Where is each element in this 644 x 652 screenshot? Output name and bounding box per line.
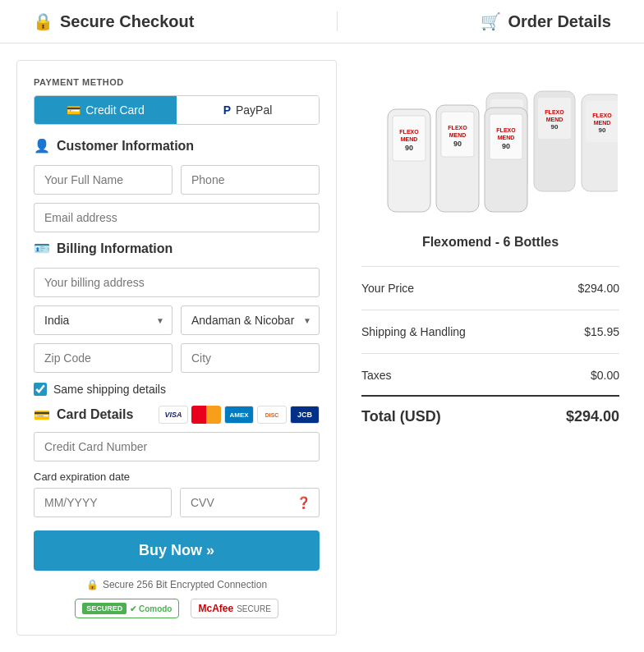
card-details-title-row: 💳 Card Details	[34, 407, 133, 423]
customer-icon: 👤	[34, 138, 50, 154]
shipping-row: Shipping & Handling $15.95	[361, 317, 619, 347]
svg-text:MEND: MEND	[498, 135, 515, 140]
taxes-row: Taxes $0.00	[361, 360, 619, 390]
comodo-logo: ✔ Comodo	[130, 604, 172, 613]
your-price-label: Your Price	[361, 282, 414, 295]
billing-info-title: Billing Information	[57, 241, 172, 256]
divider-2	[361, 310, 619, 310]
customer-info-section: 👤 Customer Information	[34, 138, 320, 232]
same-shipping-checkbox[interactable]	[34, 383, 47, 396]
page-wrapper: 🔒 Secure Checkout 🛒 Order Details PAYMEN…	[0, 0, 644, 652]
country-state-row: India United States United Kingdom Austr…	[34, 305, 320, 335]
paypal-icon: P	[223, 103, 231, 117]
amex-icon: AMEX	[224, 406, 254, 424]
security-text-label: Secure 256 Bit Encrypted Connection	[103, 579, 267, 590]
svg-text:90: 90	[405, 144, 413, 152]
order-details-panel: FLEXO MEND 90 FLEXO MEND 90 FLEXO MEND	[345, 52, 636, 442]
billing-info-header: 🪪 Billing Information	[34, 241, 320, 256]
jcb-icon: JCB	[290, 406, 320, 424]
buy-now-label: Buy Now »	[139, 542, 214, 558]
card-details-title: Card Details	[57, 407, 133, 422]
shipping-value: $15.95	[584, 325, 619, 338]
lock-icon: 🔒	[33, 11, 53, 31]
billing-info-section: 🪪 Billing Information India United State…	[34, 241, 320, 396]
name-phone-row	[34, 165, 320, 195]
billing-icon: 🪪	[34, 241, 50, 256]
expiry-label-row: Card expiration date	[34, 470, 320, 483]
svg-text:MEND: MEND	[546, 117, 564, 122]
svg-text:MEND: MEND	[594, 120, 611, 126]
paypal-tab[interactable]: P PayPal	[177, 96, 319, 124]
customer-info-title: Customer Information	[57, 139, 194, 154]
cvv-help-icon[interactable]: ❓	[288, 496, 319, 509]
zip-city-row	[34, 343, 320, 373]
state-select[interactable]: Andaman & Nicobar Maharashtra Karnataka …	[181, 305, 320, 335]
email-row	[34, 203, 320, 232]
product-title: Flexomend - 6 Bottles	[361, 235, 619, 250]
visa-icon: VISA	[159, 406, 188, 424]
order-details-header: 🛒 Order Details	[481, 11, 611, 31]
credit-card-tab-label: Credit Card	[85, 103, 145, 117]
svg-text:MEND: MEND	[449, 132, 467, 138]
card-icons-row: VISA AMEX DISC JCB	[159, 406, 320, 424]
security-text-row: 🔒 Secure 256 Bit Encrypted Connection	[34, 579, 320, 590]
card-number-row	[34, 432, 320, 461]
credit-card-tab[interactable]: 💳 Credit Card	[34, 96, 177, 124]
expiry-label: Card expiration date	[34, 471, 130, 483]
checkout-form-panel: PAYMENT METHOD 💳 Credit Card P PayPal 👤	[16, 60, 337, 636]
total-label: Total (USD)	[361, 408, 441, 425]
product-bottles-svg: FLEXO MEND 90 FLEXO MEND 90 FLEXO MEND	[363, 68, 618, 216]
cvv-input[interactable]	[181, 489, 288, 517]
expiry-input[interactable]	[34, 488, 172, 517]
full-name-input[interactable]	[34, 165, 172, 195]
mcafee-secure-label: SECURE	[237, 604, 271, 613]
paypal-tab-label: PayPal	[236, 103, 272, 117]
taxes-value: $0.00	[591, 369, 619, 382]
phone-input[interactable]	[181, 165, 320, 195]
comodo-badge: SECURED ✔ Comodo	[75, 599, 179, 618]
billing-address-input[interactable]	[34, 268, 320, 297]
mastercard-icon	[191, 406, 221, 424]
your-price-value: $294.00	[577, 282, 619, 295]
country-select-wrapper: India United States United Kingdom Austr…	[34, 305, 172, 335]
expiry-cvv-row: ❓	[34, 488, 320, 517]
credit-card-icon: 💳	[67, 103, 80, 117]
header-divider	[337, 11, 338, 31]
payment-tabs: 💳 Credit Card P PayPal	[34, 95, 320, 125]
svg-text:FLEXO: FLEXO	[496, 127, 516, 133]
header: 🔒 Secure Checkout 🛒 Order Details	[0, 0, 644, 44]
mcafee-logo: McAfee	[198, 603, 233, 614]
buy-now-button[interactable]: Buy Now »	[34, 530, 320, 571]
zip-input[interactable]	[34, 343, 172, 373]
order-details-title: Order Details	[508, 12, 611, 31]
svg-text:90: 90	[599, 126, 606, 134]
card-details-header-row: 💳 Card Details VISA AMEX DISC JCB	[34, 406, 320, 424]
email-input[interactable]	[34, 203, 320, 232]
lock-small-icon: 🔒	[86, 579, 99, 590]
same-shipping-label: Same shipping details	[53, 383, 166, 396]
address-row	[34, 268, 320, 297]
payment-method-section: PAYMENT METHOD 💳 Credit Card P PayPal	[34, 77, 320, 125]
country-select[interactable]: India United States United Kingdom Austr…	[34, 305, 172, 335]
card-details-section: 💳 Card Details VISA AMEX DISC JCB Ca	[34, 406, 320, 517]
svg-text:FLEXO: FLEXO	[545, 109, 564, 115]
secure-checkout-header: 🔒 Secure Checkout	[33, 11, 194, 31]
svg-text:90: 90	[453, 140, 462, 148]
city-input[interactable]	[181, 343, 320, 373]
card-number-input[interactable]	[34, 432, 320, 461]
total-row: Total (USD) $294.00	[361, 395, 619, 434]
mcafee-badge: McAfee SECURE	[191, 599, 278, 618]
total-value: $294.00	[566, 408, 619, 425]
divider-3	[361, 353, 619, 354]
card-details-icon: 💳	[34, 407, 50, 423]
same-shipping-row: Same shipping details	[34, 383, 320, 396]
svg-text:90: 90	[502, 142, 510, 150]
shipping-label: Shipping & Handling	[361, 325, 466, 338]
secure-checkout-title: Secure Checkout	[60, 12, 194, 31]
divider-1	[361, 266, 619, 267]
trust-badges-row: SECURED ✔ Comodo McAfee SECURE	[34, 599, 320, 618]
main-content: PAYMENT METHOD 💳 Credit Card P PayPal 👤	[0, 44, 644, 652]
svg-text:FLEXO: FLEXO	[399, 129, 419, 135]
expiry-field-wrapper	[34, 488, 172, 517]
state-select-wrapper: Andaman & Nicobar Maharashtra Karnataka …	[181, 305, 320, 335]
